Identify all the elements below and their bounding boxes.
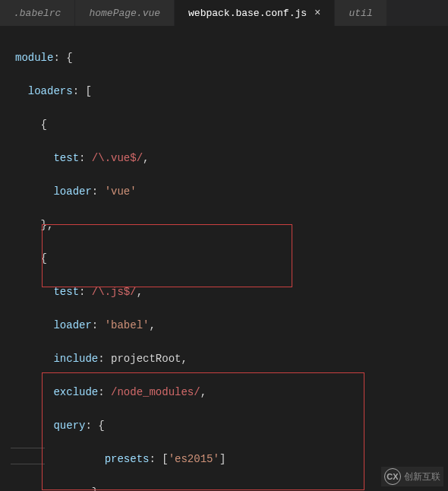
code-line: include: projectRoot, xyxy=(15,350,448,367)
code-line: loader: 'vue' xyxy=(15,183,448,200)
code-line: loaders: [ xyxy=(15,83,448,100)
close-icon[interactable]: × xyxy=(314,7,320,19)
code-line: test: /\.vue$/, xyxy=(15,150,448,166)
code-line: loader: 'babel', xyxy=(15,317,448,334)
tab-babelrc[interactable]: .babelrc xyxy=(0,0,75,26)
tab-webpack-conf[interactable]: webpack.base.conf.js × xyxy=(175,0,335,26)
watermark-text: 创新互联 xyxy=(404,470,440,483)
tab-label: .babelrc xyxy=(14,8,61,19)
tab-label: homePage.vue xyxy=(89,8,160,19)
code-line: module: { xyxy=(15,49,448,66)
tab-bar: .babelrc homePage.vue webpack.base.conf.… xyxy=(0,0,448,27)
annotation-box-css-loader xyxy=(42,372,364,490)
watermark-logo-icon: CX xyxy=(384,468,401,485)
watermark: CX 创新互联 xyxy=(381,467,443,486)
code-line: { xyxy=(15,116,448,133)
tab-util[interactable]: util xyxy=(335,0,386,26)
tab-label: util xyxy=(349,8,372,19)
annotation-box-query xyxy=(42,224,292,287)
current-line-highlight xyxy=(11,448,45,464)
tab-homepage[interactable]: homePage.vue xyxy=(75,0,175,26)
tab-label: webpack.base.conf.js xyxy=(188,8,307,19)
